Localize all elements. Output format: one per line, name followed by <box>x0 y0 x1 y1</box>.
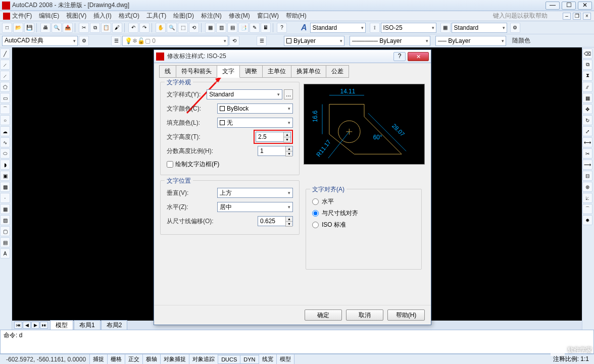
table-style-icon[interactable]: ▦ <box>440 23 451 33</box>
layer-combo[interactable]: 💡❄🔓▢ 0 <box>122 36 228 46</box>
help-icon[interactable]: ? <box>277 23 287 33</box>
trim-icon[interactable]: ✂ <box>582 148 592 159</box>
make-block-icon[interactable]: ▩ <box>0 182 10 192</box>
region-icon[interactable]: ▢ <box>0 226 10 236</box>
tab-layout2[interactable]: 布局2 <box>101 320 128 330</box>
tab-next-button[interactable]: ▶ <box>31 322 39 329</box>
mdi-minimize-button[interactable]: – <box>563 13 571 20</box>
minimize-button[interactable]: — <box>546 2 560 10</box>
draw-frame-checkbox[interactable] <box>167 161 173 168</box>
ellipse-arc-icon[interactable]: ◗ <box>0 160 10 170</box>
menu-draw[interactable]: 绘图(D) <box>173 12 194 20</box>
ducs-toggle[interactable]: DUCS <box>218 355 240 364</box>
array-icon[interactable]: ▦ <box>582 93 592 103</box>
table-icon[interactable]: ▤ <box>0 237 10 247</box>
ellipse-icon[interactable]: ⬭ <box>0 148 10 159</box>
open-icon[interactable]: 📂 <box>13 23 23 33</box>
model-toggle[interactable]: 模型 <box>276 354 294 364</box>
otrack-toggle[interactable]: 对象追踪 <box>189 354 218 364</box>
menu-file[interactable]: 文件(F) <box>12 12 32 20</box>
revcloud-icon[interactable]: ☁ <box>0 126 10 136</box>
layer-manager-icon[interactable]: ☰ <box>111 36 121 46</box>
tab-layout1[interactable]: 布局1 <box>74 320 101 330</box>
annotation-scale[interactable]: 注释比例: 1:1 <box>553 355 592 363</box>
coords-display[interactable]: -602.5972, -560.1161, 0.0000 <box>2 356 90 363</box>
fill-color-select[interactable]: 无 <box>217 118 293 128</box>
menu-window[interactable]: 窗口(W) <box>257 12 279 20</box>
circle-icon[interactable]: ○ <box>0 115 10 125</box>
align-horizontal-radio[interactable] <box>312 198 319 205</box>
extend-icon[interactable]: ⟶ <box>582 160 592 170</box>
linetype-combo[interactable]: ────── ByLayer <box>350 36 430 46</box>
preview-icon[interactable]: 🔍 <box>52 23 62 33</box>
dyn-toggle[interactable]: DYN <box>240 355 259 364</box>
properties-icon[interactable]: ▦ <box>205 23 215 33</box>
text-style-combo[interactable]: Standard <box>310 23 366 33</box>
fraction-height-spinner[interactable]: 1 ▲▼ <box>258 146 293 156</box>
style-manager-icon[interactable]: ⚙ <box>510 23 520 33</box>
copy-icon[interactable]: ⧉ <box>90 23 100 33</box>
tab-primary[interactable]: 主单位 <box>262 65 291 78</box>
redo-icon[interactable]: ↷ <box>139 23 150 33</box>
help-button[interactable]: 帮助(H) <box>387 309 425 321</box>
tab-first-button[interactable]: ⏮ <box>14 322 22 329</box>
color-combo[interactable]: ByLayer <box>284 36 344 46</box>
line-icon[interactable]: ╱ <box>0 48 10 59</box>
tab-model[interactable]: 模型 <box>50 320 73 330</box>
ok-button[interactable]: 确定 <box>305 309 342 321</box>
toolpalettes-icon[interactable]: ▤ <box>227 23 237 33</box>
grid-toggle[interactable]: 栅格 <box>107 354 125 364</box>
chamfer-icon[interactable]: ⟀ <box>582 193 592 203</box>
arc-icon[interactable]: ⌒ <box>0 104 10 114</box>
cancel-button[interactable]: 取消 <box>346 309 383 321</box>
dim-style-icon[interactable]: ⟟ <box>370 23 380 33</box>
menu-modify[interactable]: 修改(M) <box>229 12 250 20</box>
lwt-toggle[interactable]: 线宽 <box>259 354 277 364</box>
explode-icon[interactable]: ✸ <box>582 215 592 225</box>
tab-alternate[interactable]: 换算单位 <box>291 65 326 78</box>
polar-toggle[interactable]: 极轴 <box>142 354 161 364</box>
dim-style-combo[interactable]: ISO-25 <box>381 23 436 33</box>
save-icon[interactable]: 💾 <box>24 23 34 33</box>
menu-view[interactable]: 视图(V) <box>66 12 86 20</box>
text-color-select[interactable]: ByBlock <box>217 103 293 114</box>
horizontal-select[interactable]: 居中 <box>217 202 293 212</box>
spline-icon[interactable]: ∿ <box>0 137 10 147</box>
spin-up-icon[interactable]: ▲ <box>283 132 290 137</box>
menu-insert[interactable]: 插入(I) <box>93 12 111 20</box>
text-style-browse-button[interactable]: ... <box>284 89 293 99</box>
tab-prev-button[interactable]: ◀ <box>23 322 31 329</box>
workspace-settings-icon[interactable]: ⚙ <box>79 36 89 46</box>
quickcalc-icon[interactable]: 🖩 <box>261 23 271 33</box>
tab-last-button[interactable]: ⏭ <box>40 322 48 329</box>
layer-states-icon[interactable]: ☰ <box>257 36 267 46</box>
new-icon[interactable]: □ <box>2 23 12 33</box>
vertical-select[interactable]: 上方 <box>217 188 293 198</box>
break-icon[interactable]: ⊟ <box>582 171 592 181</box>
maximize-button[interactable]: ☐ <box>562 2 576 10</box>
rectangle-icon[interactable]: ▭ <box>0 93 10 103</box>
cut-icon[interactable]: ✂ <box>79 23 89 33</box>
stretch-icon[interactable]: ⟷ <box>582 137 592 147</box>
paste-icon[interactable]: 📋 <box>101 23 111 33</box>
tab-lines[interactable]: 线 <box>159 65 176 78</box>
fillet-icon[interactable]: ⌒ <box>582 204 592 214</box>
osnap-toggle[interactable]: 对象捕捉 <box>160 354 189 364</box>
dialog-titlebar[interactable]: 修改标注样式: ISO-25 ? ✕ <box>154 50 431 63</box>
close-button[interactable]: ✕ <box>578 2 592 10</box>
dialog-close-button[interactable]: ✕ <box>408 52 429 61</box>
hatch-icon[interactable]: ▦ <box>0 204 10 214</box>
menu-tools[interactable]: 工具(T) <box>146 12 166 20</box>
align-dimline-radio[interactable] <box>312 210 319 217</box>
copy-object-icon[interactable]: ⧉ <box>582 60 592 70</box>
polyline-icon[interactable]: ⟋ <box>0 71 10 81</box>
offset-spinner[interactable]: 0.625 ▲▼ <box>258 216 293 226</box>
rotate-icon[interactable]: ↻ <box>582 115 592 125</box>
dialog-help-button[interactable]: ? <box>393 52 406 61</box>
command-line[interactable]: 命令: d <box>0 330 594 354</box>
mdi-close-button[interactable]: × <box>583 13 591 20</box>
publish-icon[interactable]: 📤 <box>63 23 73 33</box>
markup-icon[interactable]: ✎ <box>250 23 260 33</box>
join-icon[interactable]: ⊕ <box>582 182 592 192</box>
zoom-prev-icon[interactable]: ⟲ <box>189 23 199 33</box>
